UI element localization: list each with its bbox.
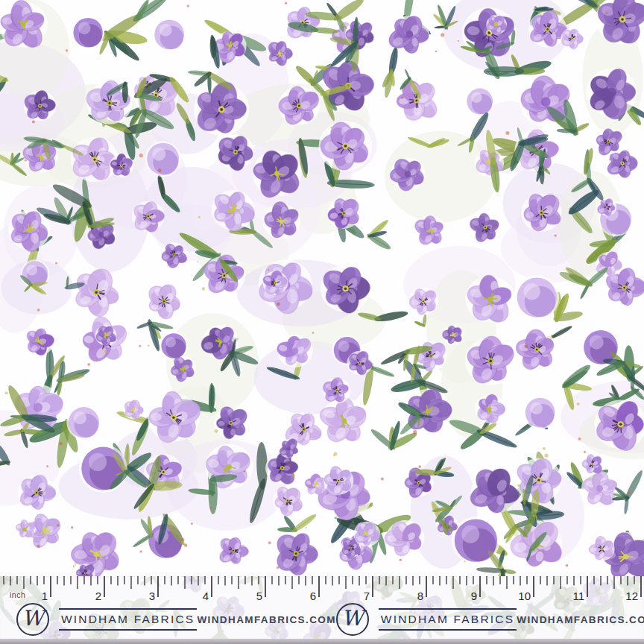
- monogram-letter: W: [341, 608, 363, 629]
- svg-text:4: 4: [203, 590, 209, 602]
- windham-monogram-icon: W: [336, 603, 369, 636]
- brand-lockup-1: W WINDHAM FABRICS: [16, 603, 197, 636]
- brand-lockup-2: W WINDHAM FABRICS: [336, 603, 517, 636]
- svg-text:7: 7: [364, 590, 370, 602]
- fabric-swatch: 123456789101112inch W WINDHAM FABRICS WI…: [0, 0, 644, 644]
- svg-text:11: 11: [572, 590, 584, 602]
- svg-text:3: 3: [149, 590, 155, 602]
- bottom-edge-shadow: [0, 639, 644, 644]
- selvage-strip: 123456789101112inch W WINDHAM FABRICS WI…: [0, 576, 644, 639]
- windham-monogram-icon: W: [16, 603, 49, 636]
- brand-footer: W WINDHAM FABRICS WINDHAMFABRICS.COM W W…: [0, 601, 644, 638]
- svg-text:10: 10: [518, 590, 531, 602]
- svg-text:2: 2: [95, 590, 101, 602]
- fabric-pattern: [0, 0, 644, 576]
- svg-text:8: 8: [417, 590, 423, 602]
- website-text-2: WINDHAMFABRICS.COM: [517, 614, 644, 625]
- svg-text:inch: inch: [10, 590, 25, 599]
- inch-ruler: 123456789101112inch: [0, 576, 644, 603]
- brand-wordmark-1: WINDHAM FABRICS: [59, 608, 197, 631]
- svg-text:5: 5: [256, 590, 262, 602]
- brand-wordmark-2: WINDHAM FABRICS: [379, 608, 517, 631]
- svg-text:12: 12: [625, 590, 638, 602]
- monogram-letter: W: [22, 608, 44, 629]
- svg-text:1: 1: [42, 590, 48, 602]
- website-text-1: WINDHAMFABRICS.COM: [197, 614, 335, 625]
- svg-text:6: 6: [310, 590, 316, 602]
- svg-text:9: 9: [471, 590, 477, 602]
